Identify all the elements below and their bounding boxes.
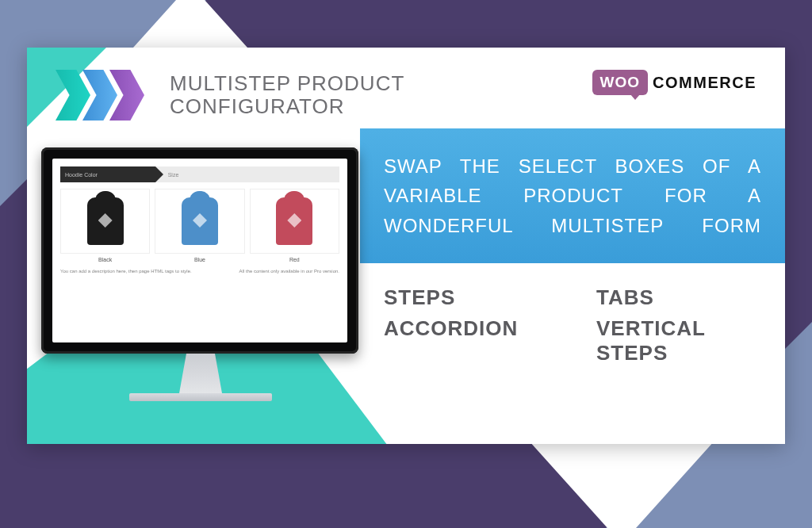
product-logo-block: MULTISTEP PRODUCT CONFIGURATOR (56, 70, 404, 121)
mock-hoodie-item: Red (250, 189, 339, 262)
promo-text: SWAP THE SELECT BOXES OF A VARIABLE PROD… (384, 151, 761, 240)
hoodie-icon (276, 197, 312, 245)
product-title: MULTISTEP PRODUCT CONFIGURATOR (170, 72, 404, 117)
platform-logo: WOO COMMERCE (592, 70, 756, 95)
product-title-line2: CONFIGURATOR (170, 95, 404, 118)
monitor-stand (165, 354, 236, 393)
product-title-line1: MULTISTEP PRODUCT (170, 72, 404, 95)
mock-hoodie-item: Blue (155, 189, 244, 262)
promo-card: MULTISTEP PRODUCT CONFIGURATOR WOO COMME… (27, 48, 785, 444)
mock-hoodie-label: Blue (155, 257, 244, 262)
mock-hint-row: You can add a description here, then pag… (60, 269, 339, 275)
features-grid: STEPS TABS ACCORDION VERTICAL STEPS (360, 263, 785, 388)
feature-item: TABS (596, 285, 761, 310)
card-header: MULTISTEP PRODUCT CONFIGURATOR WOO COMME… (27, 48, 785, 128)
mock-hoodie-item: Black (60, 189, 150, 262)
mock-hint-right: All the content only available in our Pr… (239, 269, 339, 275)
mock-hoodie-label: Black (60, 257, 150, 262)
hoodie-icon (87, 197, 124, 245)
product-chevron-icon (56, 70, 159, 121)
card-body: Hoodie Color Size Black Blue (27, 128, 785, 414)
monitor-screen: Hoodie Color Size Black Blue (52, 159, 347, 342)
mock-step-active: Hoodie Color (60, 166, 155, 182)
mock-hoodie-row: Black Blue Red (60, 189, 339, 262)
right-panel: SWAP THE SELECT BOXES OF A VARIABLE PROD… (360, 128, 785, 414)
mock-step-next: Size (155, 166, 339, 182)
promo-banner: SWAP THE SELECT BOXES OF A VARIABLE PROD… (360, 128, 785, 263)
monitor-frame: Hoodie Color Size Black Blue (41, 147, 358, 354)
monitor-base (129, 393, 272, 401)
woo-badge: WOO (592, 70, 649, 95)
feature-item: ACCORDION (384, 316, 549, 365)
feature-item: STEPS (384, 285, 549, 310)
feature-item: VERTICAL STEPS (596, 316, 761, 365)
mock-step-bar: Hoodie Color Size (60, 166, 339, 182)
monitor-illustration: Hoodie Color Size Black Blue (27, 128, 360, 414)
hoodie-icon (182, 197, 218, 245)
mock-hint-left: You can add a description here, then pag… (60, 269, 192, 275)
woo-commerce-text: COMMERCE (653, 74, 756, 92)
mock-hoodie-label: Red (250, 257, 339, 262)
